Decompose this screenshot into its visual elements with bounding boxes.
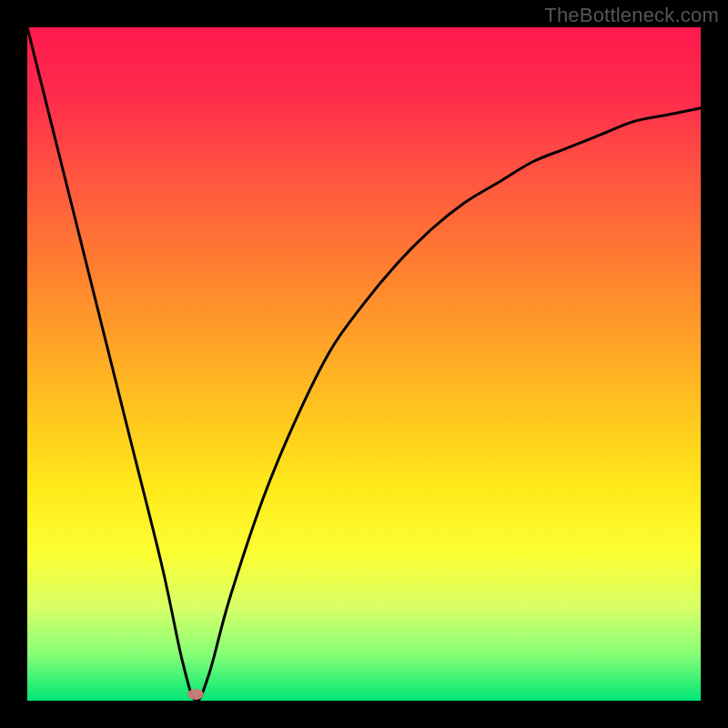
- curve-path: [27, 27, 701, 701]
- bottleneck-curve: [27, 27, 701, 701]
- plot-area: [27, 27, 701, 701]
- watermark-text: TheBottleneck.com: [544, 4, 719, 27]
- chart-frame: TheBottleneck.com: [0, 0, 728, 728]
- minimum-marker: [187, 689, 204, 700]
